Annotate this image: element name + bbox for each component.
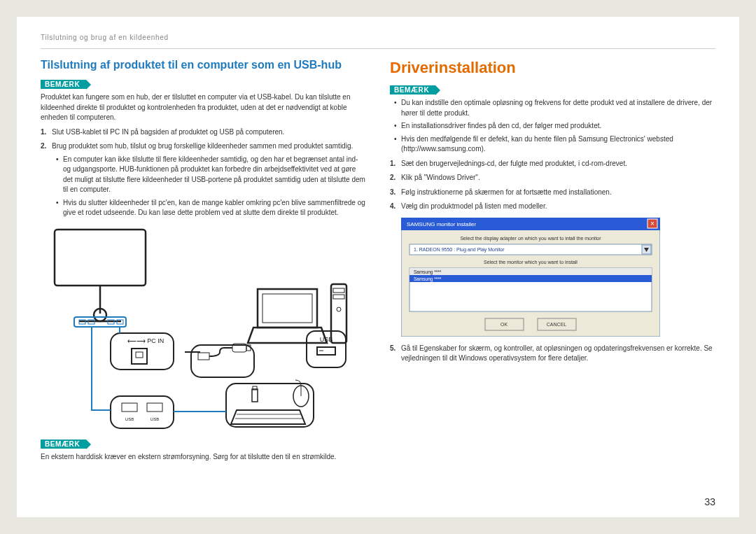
bullet: Hvis du slutter kildeenheder til pc'en, …	[56, 198, 366, 218]
step: 2.Klik på "Windows Driver".	[390, 173, 715, 183]
pc-in-port: ⟵⟶ PC IN	[111, 333, 174, 370]
svg-text:×: ×	[650, 220, 654, 227]
right-bullets: Du kan indstille den optimale opløsning …	[390, 98, 715, 155]
note-label: BEMÆRK	[390, 85, 435, 94]
svg-text:USB: USB	[150, 417, 159, 421]
step-text: Brug produktet som hub, tilslut og brug …	[52, 142, 353, 150]
svg-rect-24	[333, 288, 344, 293]
right-column: Driverinstallation BEMÆRK Du kan indstil…	[390, 59, 715, 462]
step-num: 5.	[390, 344, 396, 354]
svg-rect-34	[252, 389, 258, 402]
svg-rect-18	[191, 345, 254, 377]
step-num: 1.	[41, 127, 46, 138]
bullet: Du kan indstille den optimale opløsning …	[394, 98, 715, 118]
svg-text:CANCEL: CANCEL	[547, 322, 567, 327]
usb-hub-port: USB USB	[111, 396, 174, 428]
step-text: Gå til Egenskaber for skærm, og kontroll…	[401, 344, 713, 363]
bottom-note-text: En ekstern harddisk kræver en ekstern st…	[41, 452, 366, 463]
peripherals-icon	[226, 380, 314, 427]
step-2: 2. Brug produktet som hub, tilslut og br…	[41, 141, 366, 218]
monitor-icon	[55, 230, 146, 327]
step: 4.Vælg din produktmodel på listen med mo…	[390, 202, 715, 212]
svg-point-26	[337, 307, 341, 311]
svg-text:1. RADEON 9550 : Plug and Play: 1. RADEON 9550 : Plug and Play Monitor	[414, 247, 505, 253]
bullet: En installationsdriver findes på den cd,…	[394, 121, 715, 132]
installer-window: SAMSUNG monitor installer × Select the d…	[401, 218, 660, 337]
svg-rect-31	[226, 384, 314, 427]
bullet: Hvis den medfølgende fil er defekt, kan …	[394, 134, 715, 155]
usb-cable-icon	[185, 344, 254, 377]
breadcrumb: Tilslutning og brug af en kildeenhed	[41, 34, 715, 49]
svg-rect-13	[111, 396, 174, 428]
step-num: 4.	[390, 202, 396, 212]
note-label: BEMÆRK	[41, 80, 86, 89]
step-text: Følg instruktionerne på skærmen for at f…	[401, 188, 612, 196]
intro-text: Produktet kan fungere som en hub, der er…	[41, 92, 366, 123]
note-label: BEMÆRK	[41, 440, 86, 449]
connection-diagram: ⟵⟶ PC IN USB USB	[41, 223, 349, 433]
right-steps-cont: 5.Gå til Egenskaber for skærm, og kontro…	[390, 344, 715, 364]
step: 1.Sæt den brugervejlednings-cd, der fulg…	[390, 159, 715, 169]
step-text: Vælg din produktmodel på listen med mode…	[401, 202, 547, 210]
step-num: 2.	[41, 141, 46, 152]
step-text: Sæt den brugervejlednings-cd, der fulgte…	[401, 160, 627, 167]
svg-text:Select the display adapter on : Select the display adapter on which you …	[460, 236, 601, 241]
bullet: En computer kan ikke tilslutte til flere…	[56, 155, 366, 195]
svg-rect-15	[147, 403, 162, 412]
laptop-icon	[248, 289, 327, 343]
svg-text:⟵⟶ PC IN: ⟵⟶ PC IN	[127, 337, 164, 344]
step-num: 3.	[390, 188, 396, 198]
svg-rect-11	[132, 349, 147, 364]
svg-rect-12	[136, 352, 143, 358]
svg-rect-51	[410, 275, 652, 282]
svg-rect-14	[122, 403, 137, 412]
step: 3.Følg instruktionerne på skærmen for at…	[390, 188, 715, 198]
step: 5.Gå til Egenskaber for skærm, og kontro…	[390, 344, 715, 364]
svg-text:Samsung ****: Samsung ****	[414, 269, 442, 275]
svg-rect-0	[55, 230, 146, 286]
step-num: 1.	[390, 159, 396, 169]
svg-text:Select the monitor which you w: Select the monitor which you want to ins…	[484, 260, 578, 265]
step-num: 2.	[390, 173, 396, 183]
svg-rect-49	[410, 268, 652, 275]
svg-rect-19	[198, 353, 209, 360]
svg-text:OK: OK	[500, 322, 507, 327]
svg-text:USB: USB	[125, 417, 134, 421]
svg-text:Samsung ****: Samsung ****	[414, 276, 442, 282]
left-steps: 1. Slut USB-kablet til PC IN på bagsiden…	[41, 127, 366, 218]
left-column: Tilslutning af produktet til en computer…	[41, 59, 366, 462]
step-text: Klik på "Windows Driver".	[401, 174, 480, 181]
svg-rect-25	[333, 295, 344, 299]
step-text: Slut USB-kablet til PC IN på bagsiden af…	[52, 128, 284, 136]
page-number: 33	[704, 496, 715, 507]
usb-port: USB	[307, 331, 346, 367]
svg-text:SAMSUNG monitor installer: SAMSUNG monitor installer	[407, 221, 476, 227]
svg-text:USB: USB	[320, 336, 333, 343]
left-heading: Tilslutning af produktet til en computer…	[41, 59, 366, 71]
right-heading: Driverinstallation	[390, 59, 715, 77]
bottom-note-block: BEMÆRK En ekstern harddisk kræver en eks…	[41, 437, 366, 463]
two-column-layout: Tilslutning af produktet til en computer…	[41, 59, 715, 462]
step-1: 1. Slut USB-kablet til PC IN på bagsiden…	[41, 127, 366, 138]
right-steps: 1.Sæt den brugervejlednings-cd, der fulg…	[390, 159, 715, 212]
svg-rect-22	[262, 294, 312, 323]
document-page: Tilslutning og brug af en kildeenhed Til…	[17, 17, 739, 517]
step-2-bullets: En computer kan ikke tilslutte til flere…	[52, 155, 366, 218]
